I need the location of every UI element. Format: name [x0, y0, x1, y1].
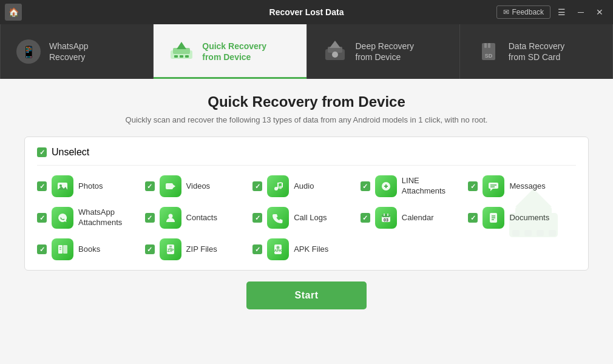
- line-checkbox[interactable]: [361, 181, 370, 191]
- svg-marker-20: [173, 184, 175, 188]
- contacts-label: Contacts: [186, 213, 217, 223]
- minimize-button[interactable]: ─: [573, 5, 589, 19]
- tab-navigation: 📱 WhatsAppRecovery Quick Recoveryfrom De…: [0, 24, 613, 79]
- contacts-icon: [160, 207, 181, 229]
- svg-rect-44: [63, 245, 67, 254]
- mail-icon: ✉: [503, 8, 509, 16]
- svg-rect-29: [489, 183, 498, 189]
- photos-icon: [52, 175, 73, 197]
- list-item[interactable]: Call Logs: [252, 207, 361, 229]
- svg-text:📱: 📱: [21, 44, 36, 59]
- books-icon: [52, 238, 73, 260]
- documents-icon: [483, 207, 504, 229]
- messages-checkbox[interactable]: [468, 181, 478, 191]
- svg-rect-23: [277, 183, 279, 189]
- start-button[interactable]: Start: [246, 281, 367, 309]
- svg-rect-7: [185, 55, 189, 58]
- list-item[interactable]: Messages: [468, 175, 576, 197]
- list-item[interactable]: WhatsAppAttachments: [37, 207, 145, 229]
- audio-label: Audio: [294, 181, 314, 192]
- svg-line-25: [277, 183, 282, 183]
- calllogs-label: Call Logs: [294, 213, 327, 223]
- list-item[interactable]: LINEAttachments: [361, 175, 469, 197]
- videos-label: Videos: [186, 181, 211, 192]
- zip-checkbox[interactable]: [145, 244, 155, 254]
- line-icon: [375, 175, 397, 197]
- zip-label: ZIP Files: [186, 244, 217, 255]
- svg-point-53: [277, 246, 280, 249]
- audio-icon: [267, 175, 289, 197]
- page-title: Quick Recovery from Device: [24, 93, 589, 110]
- svg-text:ZIP: ZIP: [167, 248, 174, 252]
- unselect-label: Unselect: [52, 147, 89, 158]
- tab-whatsapp[interactable]: 📱 WhatsAppRecovery: [0, 24, 154, 79]
- list-item[interactable]: Photos: [37, 175, 145, 197]
- svg-point-33: [168, 214, 172, 218]
- unselect-checkbox[interactable]: [37, 147, 47, 157]
- svg-rect-6: [180, 55, 183, 58]
- menu-button[interactable]: ☰: [553, 5, 571, 19]
- svg-point-17: [59, 184, 62, 187]
- list-item[interactable]: Videos: [145, 175, 253, 197]
- svg-rect-49: [169, 246, 172, 247]
- videos-icon: [160, 175, 181, 197]
- list-item[interactable]: APK APK Files: [252, 238, 361, 260]
- whatsapp-tab-icon: 📱: [15, 38, 42, 65]
- unselect-row[interactable]: Unselect: [37, 147, 576, 166]
- sdcard-tab-label: Data Recoveryfrom SD Card: [509, 41, 565, 62]
- selection-panel: Unselect Photos Videos: [24, 136, 589, 271]
- svg-rect-5: [174, 55, 178, 58]
- quick-recovery-tab-label: Quick Recoveryfrom Device: [202, 41, 266, 62]
- main-content: Quick Recovery from Device Quickly scan …: [0, 79, 613, 364]
- zip-icon: ZIP: [160, 238, 181, 260]
- svg-rect-24: [282, 183, 283, 187]
- tab-sdcard-recovery[interactable]: SD Data Recoveryfrom SD Card: [460, 24, 613, 79]
- page-subtitle: Quickly scan and recover the following 1…: [24, 115, 589, 124]
- books-label: Books: [78, 244, 100, 255]
- start-section: Start: [24, 281, 589, 309]
- svg-marker-4: [177, 42, 186, 49]
- videos-checkbox[interactable]: [145, 181, 155, 191]
- list-item[interactable]: Documents: [468, 207, 576, 229]
- tab-deep-recovery[interactable]: Deep Recoveryfrom Device: [307, 24, 460, 79]
- documents-checkbox[interactable]: [468, 213, 478, 223]
- list-item[interactable]: Audio: [252, 175, 361, 197]
- feedback-button[interactable]: ✉ Feedback: [496, 5, 550, 19]
- svg-rect-50: [169, 248, 172, 249]
- calendar-checkbox[interactable]: [361, 213, 370, 223]
- list-item[interactable]: ZIP ZIP Files: [145, 238, 253, 260]
- audio-checkbox[interactable]: [252, 181, 262, 191]
- sdcard-tab-icon: SD: [475, 38, 501, 65]
- calllogs-checkbox[interactable]: [252, 213, 262, 223]
- svg-point-11: [332, 52, 338, 58]
- deep-recovery-tab-icon: [322, 38, 348, 65]
- home-button[interactable]: 🏠: [5, 4, 22, 21]
- calendar-icon: 03: [375, 207, 397, 229]
- svg-text:03: 03: [384, 218, 388, 222]
- title-bar-controls: ✉ Feedback ☰ ─ ✕: [496, 5, 608, 19]
- tab-quick-recovery[interactable]: Quick Recoveryfrom Device: [154, 24, 306, 79]
- svg-text:APK: APK: [274, 249, 282, 252]
- list-item[interactable]: Contacts: [145, 207, 253, 229]
- books-checkbox[interactable]: [37, 244, 47, 254]
- documents-label: Documents: [509, 213, 549, 223]
- list-item[interactable]: Books: [37, 238, 145, 260]
- svg-text:SD: SD: [484, 53, 492, 59]
- whatsapp-att-icon: [52, 207, 73, 229]
- whatsapp-att-checkbox[interactable]: [37, 213, 47, 223]
- contacts-checkbox[interactable]: [145, 213, 155, 223]
- svg-rect-19: [166, 183, 173, 189]
- photos-checkbox[interactable]: [37, 181, 47, 191]
- whatsapp-tab-label: WhatsAppRecovery: [49, 41, 89, 62]
- title-bar-left: 🏠: [5, 4, 22, 21]
- close-button[interactable]: ✕: [591, 5, 608, 19]
- messages-label: Messages: [509, 181, 545, 192]
- app-title: Recover Lost Data: [269, 7, 344, 17]
- svg-marker-30: [490, 189, 493, 191]
- svg-rect-13: [484, 43, 487, 48]
- apk-label: APK Files: [294, 244, 328, 255]
- messages-icon: [483, 175, 504, 197]
- list-item[interactable]: 03 Calendar: [361, 207, 469, 229]
- svg-point-22: [279, 186, 282, 189]
- apk-checkbox[interactable]: [252, 244, 262, 254]
